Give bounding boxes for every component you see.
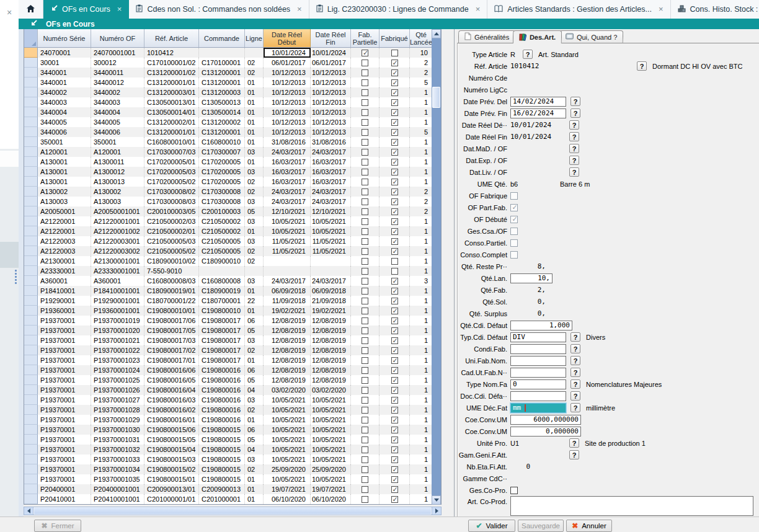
table-cell[interactable] bbox=[351, 216, 380, 226]
panel-splitter[interactable] bbox=[454, 29, 455, 516]
table-cell[interactable]: 10/12/2013 bbox=[311, 107, 351, 117]
table-cell[interactable] bbox=[380, 68, 410, 78]
row-selector[interactable] bbox=[24, 484, 38, 494]
row-selector[interactable] bbox=[24, 58, 38, 68]
table-cell[interactable]: A21220001 bbox=[38, 226, 91, 236]
table-cell[interactable] bbox=[380, 87, 410, 97]
detail-tab-qui-quand[interactable]: Qui, Quand ? bbox=[559, 30, 624, 43]
table-cell[interactable] bbox=[351, 464, 380, 474]
table-cell[interactable]: 24/03/2017 bbox=[311, 187, 351, 197]
table-cell[interactable]: 2 bbox=[410, 197, 433, 206]
table-row[interactable]: 344000134400012C131200001/01C13120000101… bbox=[24, 78, 433, 87]
table-cell[interactable]: 2 bbox=[410, 58, 433, 68]
table-cell[interactable]: 12/08/2019 bbox=[311, 375, 351, 385]
table-cell[interactable]: 1 bbox=[410, 464, 433, 474]
table-cell[interactable]: 03 bbox=[245, 216, 264, 226]
table-cell[interactable]: 10/05/2021 bbox=[311, 216, 351, 226]
row-selector[interactable] bbox=[24, 316, 38, 326]
table-row[interactable]: A21300001A21300001001C180900010/02C18090… bbox=[24, 256, 433, 266]
table-cell[interactable] bbox=[380, 286, 410, 296]
table-cell[interactable]: P19370001 bbox=[38, 464, 91, 474]
table-cell[interactable]: C190800010 bbox=[199, 306, 245, 316]
table-cell[interactable] bbox=[351, 365, 380, 375]
table-cell[interactable] bbox=[351, 425, 380, 435]
table-cell[interactable]: 300012 bbox=[91, 58, 144, 68]
table-cell[interactable]: A1300012 bbox=[91, 167, 144, 177]
table-cell[interactable]: 16/03/2017 bbox=[264, 157, 311, 167]
table-cell[interactable]: 01 bbox=[245, 355, 264, 365]
vertical-scrollbar[interactable] bbox=[432, 29, 441, 505]
table-cell[interactable] bbox=[351, 137, 380, 147]
table-cell[interactable]: C130500014/01 bbox=[144, 107, 199, 117]
table-cell[interactable]: 11/05/2021 bbox=[311, 246, 351, 256]
table-cell[interactable]: 10/05/2021 bbox=[311, 415, 351, 425]
table-cell[interactable]: 10/01/2024 bbox=[311, 48, 351, 58]
table-cell[interactable]: 16/03/2017 bbox=[264, 177, 311, 187]
table-row[interactable]: P20410001P20410001001C201000001/01C20100… bbox=[24, 494, 433, 504]
table-cell[interactable]: P19370001 bbox=[38, 365, 91, 375]
table-cell[interactable] bbox=[351, 206, 380, 216]
table-cell[interactable]: 1 bbox=[410, 484, 433, 494]
table-cell[interactable]: C190800017 bbox=[199, 345, 245, 355]
table-cell[interactable]: 2 bbox=[410, 206, 433, 216]
table-cell[interactable]: P19360001001 bbox=[91, 306, 144, 316]
table-cell[interactable]: P19370001035 bbox=[91, 474, 144, 484]
table-cell[interactable]: A130002 bbox=[38, 187, 91, 197]
table-row[interactable]: 34400043440004C130500014/01C130500014011… bbox=[24, 107, 433, 117]
row-selector[interactable] bbox=[24, 306, 38, 316]
table-cell[interactable]: 1 bbox=[410, 137, 433, 147]
table-cell[interactable]: C170200005 bbox=[199, 177, 245, 187]
table-cell[interactable] bbox=[351, 286, 380, 296]
table-cell[interactable]: C190800015/05 bbox=[144, 435, 199, 445]
table-cell[interactable] bbox=[351, 256, 380, 266]
table-cell[interactable] bbox=[351, 266, 380, 276]
table-cell[interactable]: 1 bbox=[410, 306, 433, 316]
table-cell[interactable] bbox=[380, 216, 410, 226]
table-cell[interactable]: 01 bbox=[245, 97, 264, 107]
table-cell[interactable]: 12/08/2019 bbox=[311, 355, 351, 365]
table-cell[interactable]: C210500005/02 bbox=[144, 246, 199, 256]
help-button[interactable]: ? bbox=[569, 450, 579, 459]
table-row[interactable]: P19370001P19370001031C190800015/05C19080… bbox=[24, 435, 433, 445]
table-cell[interactable]: P19370001028 bbox=[91, 405, 144, 415]
field-textarea[interactable] bbox=[510, 496, 753, 516]
table-cell[interactable]: 10/12/2013 bbox=[311, 68, 351, 78]
table-cell[interactable]: 22 bbox=[245, 296, 264, 306]
table-cell[interactable]: P19370001020 bbox=[91, 326, 144, 335]
table-cell[interactable]: P19370001032 bbox=[91, 445, 144, 454]
table-cell[interactable]: 03/02/2020 bbox=[264, 385, 311, 395]
table-row[interactable]: A360001A360001C160800008/03C160800008032… bbox=[24, 276, 433, 286]
table-cell[interactable] bbox=[380, 335, 410, 345]
table-cell[interactable]: 24070001001 bbox=[91, 48, 144, 58]
table-cell[interactable] bbox=[351, 107, 380, 117]
table-cell[interactable]: C160800010/01 bbox=[144, 137, 199, 147]
table-row[interactable]: A120001A120001C170300007/03C170300007032… bbox=[24, 147, 433, 157]
row-selector[interactable] bbox=[24, 197, 38, 206]
table-cell[interactable]: 24/03/2017 bbox=[311, 147, 351, 157]
table-cell[interactable]: 24/03/2017 bbox=[264, 276, 311, 286]
table-cell[interactable]: C170300008 bbox=[199, 197, 245, 206]
table-cell[interactable]: 24/03/2017 bbox=[311, 276, 351, 286]
table-row[interactable]: A130001A1300012C170200005/03C17020000503… bbox=[24, 167, 433, 177]
table-cell[interactable]: P19370001021 bbox=[91, 335, 144, 345]
column-header[interactable]: Ligne bbox=[245, 29, 264, 47]
column-header[interactable]: Numéro Série bbox=[38, 29, 91, 47]
table-cell[interactable] bbox=[351, 78, 380, 87]
field-input[interactable]: 1,000 bbox=[510, 321, 572, 330]
table-cell[interactable]: 12/08/2019 bbox=[264, 326, 311, 335]
table-cell[interactable]: 1 bbox=[410, 454, 433, 464]
horizontal-scrollbar[interactable] bbox=[24, 507, 442, 515]
table-row[interactable]: P19370001P19370001021C190800017/03C19080… bbox=[24, 335, 433, 345]
table-cell[interactable]: A1300011 bbox=[91, 157, 144, 167]
table-cell[interactable]: P20410001 bbox=[38, 494, 91, 504]
table-cell[interactable]: C131200002/01 bbox=[144, 117, 199, 127]
table-cell[interactable]: 10/12/2013 bbox=[264, 87, 311, 97]
table-cell[interactable]: 11/05/2021 bbox=[311, 236, 351, 246]
splitter-grip[interactable] bbox=[15, 268, 17, 291]
table-cell[interactable]: 12/08/2019 bbox=[264, 345, 311, 355]
table-cell[interactable]: 34400011 bbox=[91, 68, 144, 78]
table-cell[interactable] bbox=[380, 415, 410, 425]
table-cell[interactable]: A20050001001 bbox=[91, 206, 144, 216]
table-cell[interactable]: 01 bbox=[245, 286, 264, 296]
table-cell[interactable]: P19370001 bbox=[38, 345, 91, 355]
